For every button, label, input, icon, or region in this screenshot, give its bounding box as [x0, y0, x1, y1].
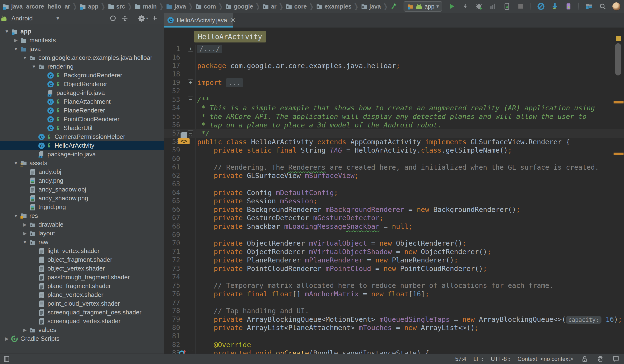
- code-line-67[interactable]: 67 private GestureDetector mGestureDetec…: [164, 213, 624, 222]
- tree-item-Gradle Scripts[interactable]: ▶Gradle Scripts: [0, 334, 164, 343]
- chevron-collapsed-icon[interactable]: ▶: [3, 336, 10, 341]
- tree-item-object_vertex.shader[interactable]: object_vertex.shader: [0, 264, 164, 273]
- breadcrumb-item-examples[interactable]: examples: [316, 3, 352, 10]
- breadcrumb-item-java_arcore_hello_ar[interactable]: java_arcore_hello_ar: [2, 3, 70, 10]
- code-line-83[interactable]: 83− protected void onCreate(Bundle saved…: [164, 349, 624, 354]
- chevron-down-icon[interactable]: ▼: [55, 16, 60, 21]
- project-view-selector[interactable]: Android: [11, 15, 33, 22]
- chevron-collapsed-icon[interactable]: ▶: [12, 37, 20, 43]
- chevron-expanded-icon[interactable]: ▼: [21, 55, 28, 60]
- code-line-62[interactable]: 62 private GLSurfaceView mSurfaceView;: [164, 171, 624, 180]
- code-line-82[interactable]: 82 @Override: [164, 340, 624, 349]
- breadcrumb-item-google[interactable]: google: [225, 3, 253, 10]
- code-line-1[interactable]: 1+/.../: [164, 45, 624, 53]
- tree-item-HelloArActivity[interactable]: CHelloArActivity: [0, 141, 164, 150]
- code-line-19[interactable]: 19+import ...: [164, 78, 624, 87]
- tree-item-ObjectRenderer[interactable]: CObjectRenderer: [0, 80, 164, 88]
- code-line-71[interactable]: 71 private ObjectRenderer mVirtualObject…: [164, 247, 624, 256]
- chevron-expanded-icon[interactable]: ▼: [30, 64, 37, 69]
- tree-item-BackgroundRenderer[interactable]: CBackgroundRenderer: [0, 71, 164, 80]
- panel-splitter[interactable]: [164, 13, 164, 354]
- tree-item-java[interactable]: ▼java: [0, 45, 164, 53]
- code-line-57[interactable]: 57− */: [164, 129, 624, 138]
- code-line-58[interactable]: 58public class HelloArActivity extends A…: [164, 138, 624, 146]
- caret-position[interactable]: 57:4: [455, 356, 466, 362]
- fold-expand-icon[interactable]: +: [188, 79, 193, 85]
- code-line-52[interactable]: 52: [164, 87, 624, 95]
- code-line-54[interactable]: 54 * This is a simple example that shows…: [164, 104, 624, 112]
- tree-item-values[interactable]: ▶values: [0, 326, 164, 334]
- tree-item-assets[interactable]: ▼assets: [0, 159, 164, 168]
- tree-item-plane_fragment.shader[interactable]: plane_fragment.shader: [0, 282, 164, 290]
- code-line-56[interactable]: 56 * tap on a plane to place a 3d model …: [164, 121, 624, 129]
- tree-item-rendering[interactable]: ▼rendering: [0, 62, 164, 71]
- encoding-widget[interactable]: UTF-8: [491, 356, 510, 362]
- run-button[interactable]: [447, 2, 456, 11]
- code-line-60[interactable]: 60: [164, 155, 624, 163]
- code-line-69[interactable]: 69: [164, 231, 624, 239]
- tree-item-screenquad_vertex.shader[interactable]: screenquad_vertex.shader: [0, 317, 164, 326]
- code-line-76[interactable]: 76 private final float[] mAnchorMatrix =…: [164, 290, 624, 298]
- tree-item-andy_shadow.png[interactable]: andy_shadow.png: [0, 194, 164, 203]
- tree-item-light_vertex.shader[interactable]: light_vertex.shader: [0, 247, 164, 255]
- code-line-77[interactable]: 77: [164, 298, 624, 307]
- tree-item-plane_vertex.shader[interactable]: plane_vertex.shader: [0, 290, 164, 299]
- code-line-81[interactable]: 81: [164, 332, 624, 340]
- breadcrumb-item-com[interactable]: com: [195, 3, 216, 10]
- fold-collapse-icon[interactable]: −: [188, 350, 193, 354]
- tree-item-screenquad_fragment_oes.shader[interactable]: screenquad_fragment_oes.shader: [0, 308, 164, 317]
- run-on-device-button[interactable]: [502, 2, 511, 11]
- code-line-79[interactable]: 79 private ArrayBlockingQueue<MotionEven…: [164, 315, 624, 324]
- tree-item-res[interactable]: ▼res: [0, 211, 164, 220]
- tree-item-point_cloud_vertex.shader[interactable]: point_cloud_vertex.shader: [0, 299, 164, 308]
- tree-item-ShaderUtil[interactable]: CShaderUtil: [0, 124, 164, 132]
- code-line-17[interactable]: 17package com.google.ar.core.examples.ja…: [164, 61, 624, 70]
- make-project-button[interactable]: [390, 2, 398, 11]
- code-line-18[interactable]: 18: [164, 70, 624, 78]
- tab-helloaractivity[interactable]: C HelloArActivity.java ✕: [164, 13, 233, 27]
- context-widget[interactable]: Context: <no context>: [518, 356, 573, 362]
- tree-item-andy_shadow.obj[interactable]: andy_shadow.obj: [0, 185, 164, 194]
- collapse-all-icon[interactable]: [121, 15, 128, 22]
- breadcrumb-item-java[interactable]: java: [166, 3, 186, 10]
- tree-item-andy.png[interactable]: andy.png: [0, 176, 164, 185]
- warning-stripe-mark[interactable]: [614, 153, 624, 155]
- tree-item-CameraPermissionHelper[interactable]: CCameraPermissionHelper: [0, 132, 164, 141]
- code-line-80[interactable]: 80 private ArrayList<PlaneAttachment> mT…: [164, 323, 624, 332]
- locate-icon[interactable]: [109, 15, 116, 22]
- run-configuration-selector[interactable]: app▾: [404, 1, 442, 12]
- chevron-collapsed-icon[interactable]: ▶: [21, 231, 28, 236]
- layout-inspector-button[interactable]: [564, 2, 573, 11]
- fold-expand-icon[interactable]: +: [188, 46, 193, 52]
- sdk-manager-button[interactable]: [550, 2, 559, 11]
- code-line-55[interactable]: 55 * the ARCore API. The application wil…: [164, 112, 624, 121]
- code-line-65[interactable]: 65 private Session mSession;: [164, 197, 624, 205]
- chevron-expanded-icon[interactable]: ▼: [3, 29, 10, 34]
- tree-item-app[interactable]: ▼app: [0, 27, 164, 36]
- avd-manager-button[interactable]: [537, 2, 545, 11]
- tree-item-PlaneAttachment[interactable]: CPlaneAttachment: [0, 97, 164, 106]
- code-line-73[interactable]: 73 private PointCloudRenderer mPointClou…: [164, 264, 624, 273]
- code-line-61[interactable]: 61 // Rendering. The Renderers are creat…: [164, 163, 624, 172]
- code-line-64[interactable]: 64 private Config mDefaultConfig;: [164, 188, 624, 197]
- tree-item-drawable[interactable]: ▶drawable: [0, 220, 164, 229]
- chevron-collapsed-icon[interactable]: ▶: [21, 327, 28, 333]
- readonly-lock-icon[interactable]: [580, 355, 589, 363]
- tree-item-com.google.ar.core.examples.java.helloar[interactable]: ▼com.google.ar.core.examples.java.helloa…: [0, 53, 164, 62]
- fold-collapse-icon[interactable]: −: [188, 97, 193, 102]
- tool-windows-button[interactable]: [585, 2, 593, 11]
- tool-window-switcher[interactable]: [0, 356, 10, 362]
- tree-item-PlaneRenderer[interactable]: CPlaneRenderer: [0, 106, 164, 115]
- chevron-expanded-icon[interactable]: ▼: [12, 161, 20, 166]
- breadcrumb-item-java[interactable]: java: [361, 3, 381, 10]
- tree-item-layout[interactable]: ▶layout: [0, 229, 164, 238]
- code-editor[interactable]: HelloArActivity 1+/.../1617package com.g…: [164, 27, 624, 354]
- debug-button[interactable]: [475, 2, 484, 11]
- code-line-59[interactable]: 59 private static final String TAG = Hel…: [164, 146, 624, 155]
- tree-item-package-info.java[interactable]: Jpackage-info.java: [0, 88, 164, 97]
- tree-item-manifests[interactable]: ▶manifests: [0, 36, 164, 45]
- code-line-16[interactable]: 16: [164, 53, 624, 62]
- code-line-70[interactable]: 70 private ObjectRenderer mVirtualObject…: [164, 239, 624, 247]
- highlighting-level-icon[interactable]: [596, 355, 604, 363]
- chevron-expanded-icon[interactable]: ▼: [12, 213, 20, 219]
